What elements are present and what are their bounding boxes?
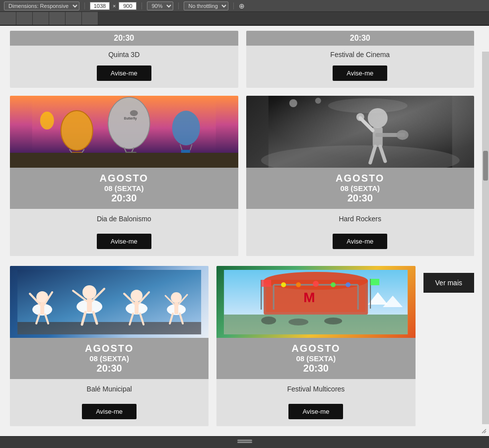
svg-line-26 (360, 118, 372, 130)
resize-icon (481, 428, 487, 434)
tab-2[interactable] (16, 12, 33, 25)
svg-rect-23 (372, 127, 382, 147)
devtools-toolbar: Dimensions: Responsive × 90% No throttli… (0, 0, 489, 12)
event-card-balonismo: Butterfly (10, 96, 238, 256)
toolbar-divider-2 (141, 2, 142, 9)
svg-point-10 (130, 110, 138, 116)
svg-point-25 (396, 130, 408, 140)
svg-rect-24 (375, 133, 405, 137)
svg-point-22 (367, 108, 387, 128)
event-footer-balonismo: Avise-me (10, 229, 238, 256)
svg-text:Butterfly: Butterfly (124, 117, 137, 121)
svg-point-27 (356, 113, 364, 121)
avise-me-button-quinta3d[interactable]: Avise-me (97, 65, 151, 81)
scrollbar-thumb[interactable] (483, 151, 488, 181)
event-month-multicores: AGOSTO (220, 343, 411, 354)
event-time-multicores: 20:30 (220, 363, 411, 374)
dimensions-dropdown[interactable]: Dimensions: Responsive (4, 1, 79, 10)
bottom-drag-handle[interactable] (237, 442, 252, 443)
svg-point-30 (289, 99, 297, 107)
partial-time-2: 20:30 (350, 34, 370, 42)
dimensions-x: × (113, 3, 116, 9)
svg-point-21 (328, 98, 407, 113)
scrollbar[interactable] (482, 52, 489, 424)
middle-event-grid: Butterfly (10, 96, 474, 256)
tab-6[interactable] (82, 12, 98, 25)
bottom-section: AGOSTO 08 (SEXTA) 20:30 Balé Municipal A… (10, 266, 474, 426)
throttling-dropdown[interactable]: No throttling (184, 1, 228, 10)
event-card-multicores: M AGO (216, 266, 415, 426)
event-footer-bale: Avise-me (10, 399, 209, 426)
event-dayweek-multicores: 08 (SEXTA) (220, 354, 411, 363)
svg-line-86 (484, 431, 486, 433)
svg-rect-13 (126, 152, 137, 156)
event-image-rock (246, 96, 475, 168)
event-card-bale: AGOSTO 08 (SEXTA) 20:30 Balé Municipal A… (10, 266, 209, 426)
event-title-balonismo: Dia de Balonismo (10, 209, 238, 229)
partial-title-2: Festival de Cinema (246, 46, 475, 64)
event-title-bale: Balé Municipal (10, 379, 209, 399)
avise-me-button-multicores[interactable]: Avise-me (288, 404, 343, 419)
event-date-bale: AGOSTO 08 (SEXTA) 20:30 (10, 338, 209, 379)
partial-card-quinta3d: 20:30 Quinta 3D Avise-me (10, 31, 238, 88)
partial-card-date-1: 20:30 (10, 31, 238, 46)
avise-me-button-festival-cinema[interactable]: Avise-me (333, 65, 387, 81)
resize-handle[interactable] (479, 426, 489, 436)
avise-me-button-balonismo[interactable]: Avise-me (97, 234, 151, 249)
event-footer-hardrockers: Avise-me (246, 229, 475, 256)
event-image-balloon: Butterfly (10, 96, 238, 168)
svg-line-29 (380, 146, 385, 161)
toolbar-divider-3 (178, 2, 179, 9)
ver-mais-container: Ver mais (423, 266, 474, 293)
svg-line-28 (370, 146, 375, 163)
tab-4[interactable] (49, 12, 66, 25)
event-image-ballet (10, 266, 209, 338)
svg-rect-6 (72, 152, 82, 156)
event-time-hardrockers: 20:30 (250, 192, 471, 204)
toolbar-divider-1 (84, 2, 85, 9)
network-icon: ⊕ (239, 2, 245, 10)
toolbar-divider-4 (233, 2, 234, 9)
svg-point-74 (346, 282, 350, 287)
event-dayweek-hardrockers: 08 (SEXTA) (250, 184, 471, 192)
svg-point-70 (281, 282, 286, 287)
svg-point-80 (324, 318, 342, 324)
svg-point-73 (331, 282, 336, 287)
width-input[interactable] (90, 2, 110, 10)
height-input[interactable] (119, 2, 137, 10)
event-title-multicores: Festival Multicores (216, 379, 415, 399)
svg-point-14 (172, 111, 200, 145)
event-time-bale: 20:30 (14, 363, 205, 374)
avise-me-button-bale[interactable]: Avise-me (82, 404, 137, 419)
svg-point-78 (261, 317, 276, 324)
svg-point-18 (40, 112, 54, 129)
svg-rect-63 (224, 315, 408, 334)
zoom-dropdown[interactable]: 90% (147, 1, 173, 10)
event-date-multicores: AGOSTO 08 (SEXTA) 20:30 (216, 338, 415, 379)
event-month-balonismo: AGOSTO (14, 173, 234, 184)
tab-5[interactable] (66, 12, 82, 25)
svg-point-71 (296, 282, 301, 287)
tab-bar (0, 12, 489, 26)
svg-rect-84 (370, 279, 379, 285)
top-partial-row: 20:30 Quinta 3D Avise-me 20:30 Festival … (10, 31, 474, 88)
ver-mais-button[interactable]: Ver mais (423, 273, 474, 293)
event-date-hardrockers: AGOSTO 08 (SEXTA) 20:30 (246, 168, 475, 209)
svg-rect-57 (174, 302, 178, 314)
svg-point-79 (288, 319, 308, 325)
svg-rect-17 (181, 150, 190, 153)
svg-rect-43 (87, 298, 92, 312)
tab-3[interactable] (33, 12, 49, 25)
svg-rect-19 (268, 96, 452, 168)
event-dayweek-balonismo: 08 (SEXTA) (14, 184, 234, 192)
event-footer-multicores: Avise-me (216, 399, 415, 426)
svg-text:M: M (303, 290, 315, 305)
tab-1[interactable] (0, 12, 16, 25)
dimensions-section: Dimensions: Responsive (4, 1, 79, 10)
event-date-balonismo: AGOSTO 08 (SEXTA) 20:30 (10, 168, 238, 209)
svg-rect-1 (32, 154, 216, 168)
event-month-bale: AGOSTO (14, 343, 205, 354)
partial-footer-2: Avise-me (246, 64, 475, 86)
svg-point-31 (315, 98, 321, 104)
avise-me-button-hardrockers[interactable]: Avise-me (333, 234, 387, 249)
